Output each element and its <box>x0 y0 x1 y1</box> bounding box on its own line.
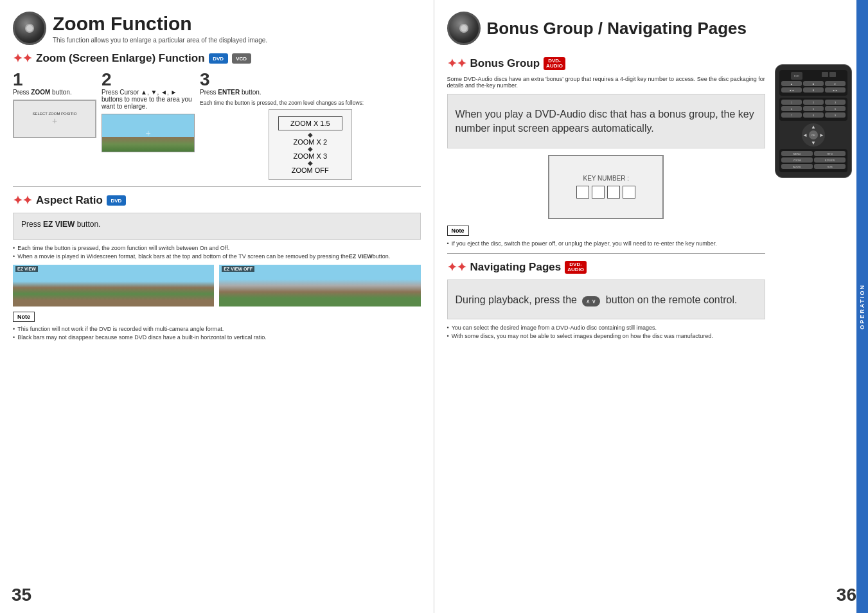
step-1-text: Press ZOOM button. <box>13 89 96 96</box>
bonus-header: Bonus Group / Navigating Pages <box>447 12 856 45</box>
dpad-up: ▲ <box>811 124 816 130</box>
nav-section-header: ✦✦ Navigating Pages DVD- AUDIO <box>447 260 766 274</box>
remote-btn-dvd: DVD <box>791 72 802 80</box>
remote-num-7: 7 <box>781 112 802 118</box>
remote-btn-open: ▲ <box>781 81 802 86</box>
zoom-title: Zoom Function <box>53 13 267 34</box>
aspect-bullet-1: Each time the button is pressed, the zoo… <box>13 245 421 251</box>
zoom-level-1: ZOOM X 1.5 <box>278 116 342 130</box>
dvd-badge: DVD <box>209 53 228 64</box>
bonus-section-title: Bonus Group <box>470 57 540 70</box>
star-icon-3: ✦✦ <box>447 57 466 71</box>
step-1-number: 1 <box>13 71 96 89</box>
remote-bottom-row-3: AUDIO SUB <box>781 164 846 169</box>
remote-row-1: ▲ ■ ► <box>781 81 846 86</box>
remote-btn-next: ►► <box>825 87 846 93</box>
remote-num-9: 9 <box>825 112 846 118</box>
dvd-badge-2: DVD <box>107 195 126 206</box>
dpad-enter: OK <box>809 130 818 139</box>
remote-mode-2 <box>829 72 836 77</box>
bonus-section-header: ✦✦ Bonus Group DVD- AUDIO <box>447 57 766 71</box>
remote-row-2: ◄◄ ⏸ ►► <box>781 87 846 93</box>
key-box-3 <box>607 186 620 199</box>
key-box-2 <box>592 186 605 199</box>
remote-mode-btns <box>822 72 836 80</box>
nav-big-text: During playback, press the ∧ ∨ button on… <box>456 293 757 307</box>
ezview-on-label: EZ VIEW <box>15 266 38 272</box>
step-2-number: 2 <box>102 71 195 89</box>
remote-btn-ezview: EZVIEW <box>814 157 846 163</box>
step-2: 2 Press Cursor ▲, ▼, ◄, ► buttons to mov… <box>102 71 195 180</box>
ezview-info-box: Press EZ VIEW button. <box>13 213 421 240</box>
remote-bottom: MENU RTN ZOOM EZVIEW AUDIO SUB <box>779 149 847 172</box>
zoom-subtitle: This function allows you to enlarge a pa… <box>53 37 267 44</box>
step-2-image: + <box>102 114 195 152</box>
remote-num-5: 5 <box>803 106 824 111</box>
aspect-ratio-header: ✦✦ Aspect Ratio DVD <box>13 193 421 208</box>
page-number-left: 35 <box>12 585 31 605</box>
step-1-image: SELECT ZOOM POSITIO + <box>13 100 96 138</box>
bonus-note-bullet: If you eject the disc, switch the power … <box>447 240 766 247</box>
key-number-screen: KEY NUMBER : <box>548 155 664 219</box>
zoom-level-1-text: ZOOM X 1.5 <box>284 120 337 127</box>
bonus-info-box: When you play a DVD-Audio disc that has … <box>447 94 766 148</box>
remote-btn-zoom: ZOOM <box>781 157 813 163</box>
star-icon: ✦✦ <box>13 51 32 66</box>
left-page: Zoom Function This function allows you t… <box>0 0 434 613</box>
remote-nav-area: ▲ ▼ ◄ ► OK <box>779 123 847 147</box>
page: Zoom Function This function allows you t… <box>0 0 868 613</box>
dvd-audio-badge-2-line2: AUDIO <box>567 267 584 272</box>
ezview-on-image: EZ VIEW <box>13 265 214 306</box>
zoom-header: Zoom Function This function allows you t… <box>13 12 421 45</box>
vcd-badge: VCD <box>232 53 251 64</box>
nav-text-pre: During playback, press the <box>456 294 577 305</box>
dpad-down: ▼ <box>811 140 816 146</box>
bonus-description: Some DVD-Audio discs have an extra 'bonu… <box>447 76 766 89</box>
bonus-big-text: When you play a DVD-Audio disc that has … <box>456 107 757 136</box>
dvd-audio-badge: DVD- AUDIO <box>544 57 565 70</box>
aspect-bullet-2: When a movie is played in Widescreen for… <box>13 253 421 260</box>
step-1: 1 Press ZOOM button. SELECT ZOOM POSITIO… <box>13 71 96 180</box>
remote-btn-sub: SUB <box>814 164 846 169</box>
key-number-label: KEY NUMBER : <box>576 175 635 182</box>
remote-illustration: DVD ▲ ■ ► ◄◄ ⏸ <box>775 64 852 178</box>
aspect-ratio-title: Aspect Ratio <box>36 194 103 207</box>
nav-bullets: You can select the desired image from a … <box>447 324 766 339</box>
dvd-audio-badge-2: DVD- AUDIO <box>565 261 587 274</box>
page-number-right: 36 <box>837 585 856 605</box>
remote-mode-1 <box>822 72 828 77</box>
ezview-images: EZ VIEW EZ VIEW OFF <box>13 265 421 306</box>
bonus-note-area: Note If you eject the disc, switch the p… <box>447 226 766 247</box>
disc-icon-2 <box>447 12 481 45</box>
zoom-arrow-3: ◆ <box>278 160 342 166</box>
key-number-inner: KEY NUMBER : <box>576 175 635 199</box>
dpad-right: ► <box>819 132 824 138</box>
divider-2 <box>447 253 766 254</box>
bonus-title: Bonus Group / Navigating Pages <box>487 19 747 38</box>
operation-tab-label: OPERATION <box>859 284 865 330</box>
step-3-text: Press ENTER button. <box>200 89 421 96</box>
aspect-note-2: Black bars may not disappear because som… <box>13 334 421 341</box>
key-box-1 <box>576 186 589 199</box>
ezview-off-image: EZ VIEW OFF <box>219 265 420 306</box>
dvd-audio-badge-line2: AUDIO <box>546 64 563 69</box>
key-input-boxes <box>576 186 635 199</box>
dpad-left: ◄ <box>802 132 808 138</box>
remote-num-8: 8 <box>803 112 824 118</box>
remote-body: DVD ▲ ■ ► ◄◄ ⏸ <box>775 64 852 178</box>
step-3-number: 3 <box>200 71 421 89</box>
remote-display: DVD ▲ ■ ► ◄◄ ⏸ <box>779 70 847 96</box>
operation-tab: OPERATION <box>856 0 868 613</box>
remote-bottom-row-2: ZOOM EZVIEW <box>781 157 846 163</box>
remote-num-4: 4 <box>781 106 802 111</box>
remote-bottom-row-1: MENU RTN <box>781 151 846 156</box>
step-2-text: Press Cursor ▲, ▼, ◄, ► buttons to move … <box>102 89 195 110</box>
nav-info-box: During playback, press the ∧ ∨ button on… <box>447 280 766 319</box>
remote-btn-pause: ⏸ <box>803 87 824 93</box>
remote-num-row-1: 1 2 3 <box>781 100 846 105</box>
remote-btn-return: RTN <box>814 151 846 156</box>
nav-up-arrow: ∧ <box>586 298 590 306</box>
remote-dpad: ▲ ▼ ◄ ► OK <box>802 123 825 147</box>
remote-btn-play: ► <box>825 81 846 86</box>
nav-button-illus: ∧ ∨ <box>582 296 600 307</box>
